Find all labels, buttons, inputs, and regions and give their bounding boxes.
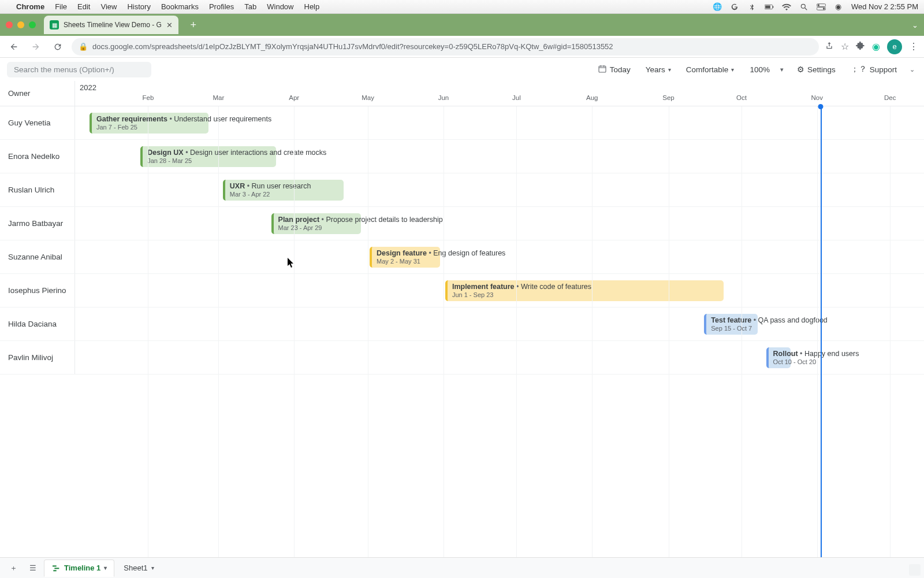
- timeline-lane[interactable]: Design feature • Eng design of featuresM…: [75, 240, 924, 273]
- timeline-lane[interactable]: Gather requirements • Understand user re…: [75, 106, 924, 139]
- timeline-bar[interactable]: Gather requirements • Understand user re…: [90, 113, 208, 134]
- timeline-lane[interactable]: Rollout • Happy end usersOct 10 - Oct 20: [75, 341, 924, 374]
- sheets-favicon-icon: ▦: [50, 20, 59, 29]
- bookmark-icon[interactable]: ☆: [841, 41, 849, 52]
- timescale-dropdown[interactable]: Years▾: [641, 62, 676, 77]
- support-button[interactable]: ；？ Support: [846, 61, 901, 77]
- mac-menu-help[interactable]: Help: [304, 2, 320, 11]
- new-tab-button[interactable]: +: [185, 17, 202, 33]
- timeline-bar[interactable]: UXR • Run user researchMar 3 - Apr 22: [223, 180, 344, 201]
- mac-clock[interactable]: Wed Nov 2 2:55 PM: [851, 2, 918, 11]
- battery-icon[interactable]: [765, 2, 774, 12]
- timeline-row: Enora NedelkoDesign UX • Design user int…: [0, 140, 924, 173]
- mac-app-name[interactable]: Chrome: [16, 2, 44, 11]
- sheet-tab-sheet1[interactable]: Sheet1 ▾: [117, 560, 161, 576]
- gear-icon: ⚙: [797, 65, 804, 74]
- owner-cell: Suzanne Anibal: [0, 240, 75, 273]
- timeline-row: Jarmo BatbayarPlan project • Propose pro…: [0, 207, 924, 240]
- control-center-icon[interactable]: [817, 2, 826, 12]
- timeline-lane[interactable]: UXR • Run user researchMar 3 - Apr 22: [75, 173, 924, 206]
- mac-menubar: Chrome File Edit View History Bookmarks …: [0, 0, 924, 14]
- timeline-bar[interactable]: Rollout • Happy end usersOct 10 - Oct 20: [766, 347, 791, 368]
- svg-rect-13: [53, 565, 57, 566]
- all-sheets-button[interactable]: ☰: [24, 560, 42, 577]
- url-input[interactable]: 🔒 docs.google.com/spreadsheets/d/1eIpOzJ…: [72, 38, 819, 55]
- month-label: Apr: [289, 94, 299, 101]
- density-dropdown[interactable]: Comfortable▾: [681, 62, 739, 77]
- profile-avatar[interactable]: e: [887, 39, 902, 54]
- bluetooth-icon[interactable]: [747, 2, 757, 12]
- chevron-down-icon[interactable]: ▾: [104, 565, 107, 571]
- mac-menu-view[interactable]: View: [100, 2, 117, 11]
- url-text: docs.google.com/spreadsheets/d/1eIpOzJzB…: [92, 42, 613, 51]
- extensions-icon[interactable]: [856, 41, 865, 53]
- share-icon[interactable]: [825, 41, 834, 53]
- timeline-bar[interactable]: Implement feature • Write code of featur…: [445, 280, 724, 301]
- svg-point-8: [823, 8, 825, 9]
- input-source-icon[interactable]: 🌐: [713, 2, 722, 12]
- zoom-dropdown[interactable]: 100%: [745, 62, 774, 77]
- collapse-toolbar-button[interactable]: ⌄: [907, 64, 917, 76]
- siri-icon[interactable]: ◉: [834, 2, 843, 12]
- explore-button[interactable]: [909, 564, 921, 576]
- mac-menu-tab[interactable]: Tab: [244, 2, 256, 11]
- lock-icon: 🔒: [79, 42, 88, 51]
- mac-menu-file[interactable]: File: [55, 2, 67, 11]
- grammarly-icon[interactable]: ◉: [872, 41, 880, 52]
- chevron-down-icon[interactable]: ▾: [151, 565, 154, 571]
- mac-menu-edit[interactable]: Edit: [77, 2, 90, 11]
- owner-cell: Jarmo Batbayar: [0, 207, 75, 240]
- gridline: [444, 106, 444, 557]
- close-window-button[interactable]: [6, 21, 13, 28]
- chevron-down-icon[interactable]: ▾: [778, 64, 786, 76]
- wifi-icon[interactable]: [782, 2, 791, 12]
- today-button[interactable]: Today: [593, 61, 635, 78]
- svg-point-6: [818, 4, 819, 6]
- gridline: [592, 106, 593, 557]
- gridline: [890, 106, 891, 557]
- month-label: May: [362, 94, 374, 101]
- month-label: Sep: [662, 94, 674, 101]
- sheet-tab-bar: ＋ ☰ Timeline 1 ▾ Sheet1 ▾: [0, 557, 924, 578]
- timeline-row: Iosephus PierinoImplement feature • Writ…: [0, 274, 924, 307]
- month-label: Jul: [512, 94, 521, 101]
- tab-overflow-button[interactable]: ⌄: [912, 21, 918, 29]
- timeline-bar[interactable]: Design feature • Eng design of featuresM…: [370, 247, 440, 268]
- address-bar: 🔒 docs.google.com/spreadsheets/d/1eIpOzJ…: [0, 36, 924, 58]
- chrome-menu-icon[interactable]: ⋮: [909, 41, 918, 52]
- owner-cell: Pavlin Milivoj: [0, 341, 75, 374]
- sheet-tab-timeline[interactable]: Timeline 1 ▾: [44, 560, 114, 577]
- month-label: Aug: [586, 94, 598, 101]
- group-by-header[interactable]: Owner: [0, 81, 75, 106]
- svg-rect-2: [773, 6, 773, 8]
- mac-menu-profiles[interactable]: Profiles: [209, 2, 234, 11]
- gridline: [294, 106, 295, 557]
- timeline-bar[interactable]: Test feature • QA pass and dogfoodSep 15…: [704, 314, 758, 335]
- mac-menu-bookmarks[interactable]: Bookmarks: [161, 2, 199, 11]
- reload-button[interactable]: [50, 39, 66, 55]
- timeline-lane[interactable]: Design UX • Design user interactions and…: [75, 140, 924, 173]
- gridline: [742, 106, 742, 557]
- timeline-bar[interactable]: Plan project • Propose project details t…: [271, 213, 362, 234]
- spotlight-icon[interactable]: [799, 2, 808, 12]
- fullscreen-window-button[interactable]: [29, 21, 36, 28]
- close-tab-icon[interactable]: ✕: [166, 21, 173, 29]
- mac-menu-history[interactable]: History: [127, 2, 150, 11]
- browser-tab[interactable]: ▦ Sheets Timeline View Demo - G ✕: [44, 16, 178, 34]
- minimize-window-button[interactable]: [17, 21, 24, 28]
- add-sheet-button[interactable]: ＋: [5, 560, 22, 577]
- timeline-bar[interactable]: Design UX • Design user interactions and…: [140, 146, 276, 167]
- timeline-lane[interactable]: Test feature • QA pass and dogfoodSep 15…: [75, 307, 924, 340]
- timeline-lane[interactable]: Plan project • Propose project details t…: [75, 207, 924, 240]
- timeline-row: Ruslan UlrichUXR • Run user researchMar …: [0, 173, 924, 207]
- settings-button[interactable]: ⚙ Settings: [792, 62, 840, 77]
- back-button[interactable]: [6, 39, 22, 55]
- month-label: Jun: [438, 94, 449, 101]
- gridline: [817, 106, 818, 557]
- gridline: [368, 106, 368, 557]
- mac-menu-window[interactable]: Window: [267, 2, 293, 11]
- google-status-icon[interactable]: [730, 2, 739, 12]
- search-menus-input[interactable]: Search the menus (Option+/): [7, 62, 151, 77]
- timeline-lane[interactable]: Implement feature • Write code of featur…: [75, 274, 924, 307]
- forward-button[interactable]: [28, 39, 44, 55]
